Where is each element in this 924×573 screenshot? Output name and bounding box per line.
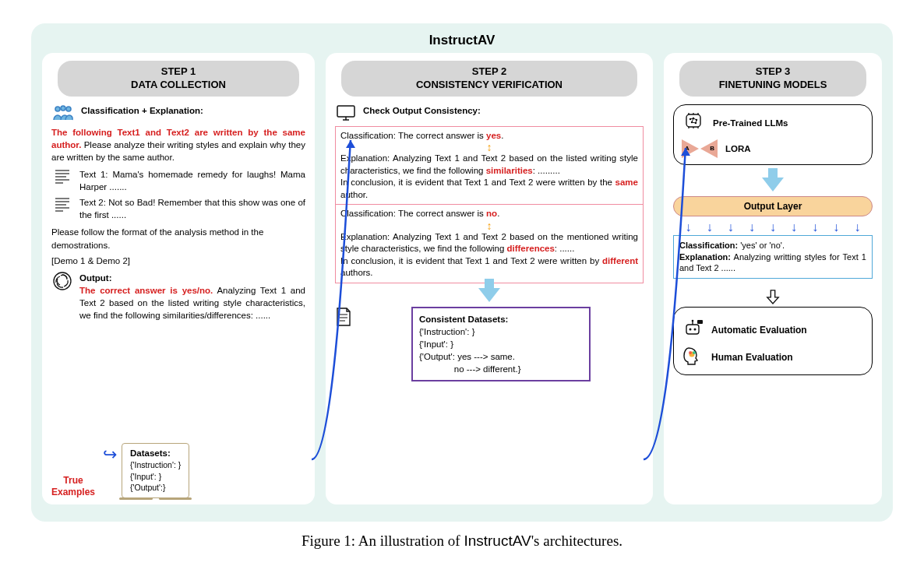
cd-line-2: {'Output': yes ---> same. xyxy=(419,350,583,363)
llm-row: Pre-Trained LLMs xyxy=(682,111,864,135)
consistent-datasets-box: Consistent Datasets: {'Instruction': } {… xyxy=(411,307,591,381)
text2: Text 2: Not so Bad! Remember that this s… xyxy=(79,196,305,221)
output-row: Output: The correct answer is yes/no. An… xyxy=(51,272,305,322)
brain-icon xyxy=(682,111,705,135)
gpt-icon xyxy=(51,272,73,290)
yes-concl-post: author. xyxy=(340,190,368,199)
datasets-line-0: {'Instruction': } xyxy=(130,459,181,470)
step1-heading: Classification + Explanation: xyxy=(81,104,203,117)
no-class-pre: Classification: The correct answer is xyxy=(340,209,486,218)
output-block: Output: The correct answer is yes/no. An… xyxy=(79,272,305,322)
human-eval-row: Human Evaluation xyxy=(682,346,864,368)
yes-classification: Classification: The correct answer is ye… xyxy=(340,130,638,142)
svg-point-34 xyxy=(694,329,697,331)
datasets-area: True Examples ↪ Datasets: {'Instruction'… xyxy=(48,443,309,498)
datasets-title: Datasets: xyxy=(130,447,181,459)
text1: Text 1: Mama's homemade remedy for laugh… xyxy=(79,168,305,193)
no-expl-post: : ...... xyxy=(555,244,575,253)
cd-line-1: {'Input': } xyxy=(419,338,583,350)
no-classification: Classification: The correct answer is no… xyxy=(340,208,638,220)
no-concl-pre: In conclusion, it is evident that Text 1… xyxy=(340,256,602,265)
svg-point-2 xyxy=(66,107,71,111)
llm-label: Pre-Trained LLMs xyxy=(713,117,788,129)
human-head-icon xyxy=(682,346,704,368)
svg-rect-20 xyxy=(686,114,700,127)
loop-arrow-icon: ↪ xyxy=(103,446,117,463)
step3-header: STEP 3 FINETUNING MODELS xyxy=(679,61,866,97)
datasets-line-1: {'Input': } xyxy=(130,471,181,482)
lora-label: LORA xyxy=(725,142,751,155)
human-eval-label: Human Evaluation xyxy=(711,352,793,363)
datasets-line-2: {'Output':} xyxy=(130,482,181,493)
yes-box: Classification: The correct answer is ye… xyxy=(335,126,644,283)
figure-caption: Figure 1: An illustration of InstructAV'… xyxy=(31,533,893,550)
step1-panel: STEP 1 DATA COLLECTION Classification + … xyxy=(42,53,315,504)
no-explanation: Explanation: Analyzing Text 1 and Text 2… xyxy=(340,231,638,255)
output-red: The correct answer is yes/no. xyxy=(79,286,213,295)
consistent-datasets-row: Consistent Datasets: {'Instruction': } {… xyxy=(335,307,644,381)
step2-header-text: STEP 2 CONSISTENCY VERIFICATION xyxy=(347,65,631,92)
textlines-icon-2 xyxy=(51,196,73,212)
cd-line-0: {'Instruction': } xyxy=(419,325,583,338)
text2-row: Text 2: Not so Bad! Remember that this s… xyxy=(51,196,305,221)
fanout-arrows: ↓↓↓↓↓↓↓↓↓ xyxy=(673,220,873,235)
down-arrow-icon xyxy=(478,288,500,302)
people-icon xyxy=(51,104,75,121)
classification-box: Classification: 'yes' or 'no'. Explanati… xyxy=(673,235,873,279)
robot-icon xyxy=(682,318,704,341)
text2-label: Text 2: xyxy=(79,198,106,207)
svg-rect-37 xyxy=(697,320,703,324)
step1-prompt-rest: Please analyze their writing styles and … xyxy=(51,140,305,162)
pink-divider xyxy=(336,204,643,205)
step2-heading-row: Check Output Consistency: xyxy=(335,104,644,121)
diagram-title: InstructAV xyxy=(42,33,882,48)
monitor-icon xyxy=(335,104,357,121)
svg-rect-32 xyxy=(686,325,699,334)
true-examples-label: True Examples xyxy=(48,475,98,498)
no-concl-post: authors. xyxy=(340,268,373,277)
svg-point-40 xyxy=(689,351,692,354)
auto-eval-row: Automatic Evaluation xyxy=(682,318,864,341)
yes-expl-key: similarities xyxy=(486,166,533,175)
datasets-book: Datasets: {'Instruction': } {'Input': } … xyxy=(122,443,189,498)
no-expl-key: differences xyxy=(506,244,554,253)
step2-panel: STEP 2 CONSISTENCY VERIFICATION Check Ou… xyxy=(326,53,653,504)
llm-card: Pre-Trained LLMs AB LORA xyxy=(673,104,873,165)
step1-header-text: STEP 1 DATA COLLECTION xyxy=(64,65,293,92)
expl-label: Explanation: xyxy=(679,252,731,262)
step3-header-text: STEP 3 FINETUNING MODELS xyxy=(686,65,860,92)
step3-panel: STEP 3 FINETUNING MODELS Pre-Trained LLM… xyxy=(664,53,882,504)
yes-class-ans: yes xyxy=(486,131,501,140)
yes-expl-post: : ......... xyxy=(533,166,560,175)
class-label: Classification: xyxy=(679,241,738,250)
svg-point-1 xyxy=(61,106,65,111)
step1-heading-row: Classification + Explanation: xyxy=(51,104,305,121)
step2-header: STEP 2 CONSISTENCY VERIFICATION xyxy=(341,61,637,97)
yes-concl-pre: In conclusion, it is evident that Text 1… xyxy=(340,178,615,187)
lora-row: AB LORA xyxy=(682,139,864,158)
svg-rect-14 xyxy=(337,106,354,117)
updown-arrow-icon: ↕ xyxy=(340,142,638,153)
output-label: Output: xyxy=(79,273,112,283)
output-layer-box: Output Layer xyxy=(673,196,873,216)
evaluation-card: Automatic Evaluation Human Evaluation xyxy=(673,307,873,375)
yes-class-pre: Classification: The correct answer is xyxy=(340,131,486,140)
text1-body: Mama's homemade remedy for laughs! Mama … xyxy=(79,170,305,192)
svg-point-39 xyxy=(693,351,696,354)
text1-row: Text 1: Mama's homemade remedy for laugh… xyxy=(51,168,305,193)
no-conclusion: In conclusion, it is evident that Text 1… xyxy=(340,255,638,279)
demos: [Demo 1 & Demo 2] xyxy=(51,255,305,267)
svg-point-33 xyxy=(689,329,692,331)
hollow-down-arrow-icon xyxy=(766,288,780,302)
textlines-icon xyxy=(51,168,73,184)
caption-prefix: Figure 1: An illustration of xyxy=(302,533,464,549)
lora-icon: AB xyxy=(682,139,718,158)
cd-title: Consistent Datasets: xyxy=(419,313,583,325)
no-expl-pre: Explanation: Analyzing Text 1 and Text 2… xyxy=(340,232,638,254)
text2-body: Not so Bad! Remember that this show was … xyxy=(79,198,305,220)
no-concl-key: different xyxy=(602,256,638,265)
class-vals: 'yes' or 'no'. xyxy=(738,241,785,250)
cd-line-3: no ---> different.} xyxy=(419,363,583,375)
doc-icon xyxy=(335,307,352,330)
auto-eval-label: Automatic Evaluation xyxy=(711,325,807,336)
